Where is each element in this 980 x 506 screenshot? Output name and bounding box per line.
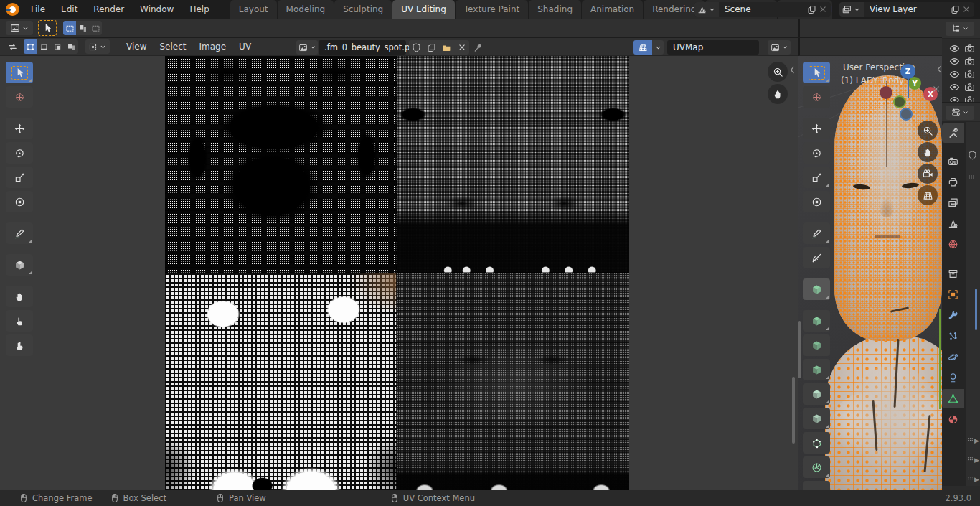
view-layer-new-icon[interactable]: [951, 5, 960, 14]
eye-icon[interactable]: [949, 82, 960, 93]
blender-logo-icon[interactable]: [6, 3, 19, 16]
vp-tool-add-cube[interactable]: [803, 278, 830, 300]
uv-select-mode-subtract-button[interactable]: [89, 21, 102, 35]
properties-scrollbar[interactable]: [975, 289, 977, 330]
scene-new-icon[interactable]: [807, 5, 816, 14]
uv-sticky-selection-dropdown[interactable]: [85, 39, 110, 54]
gizmo-axis-y[interactable]: Y: [908, 77, 921, 90]
uv-vertical-scrollbar[interactable]: [792, 377, 795, 444]
uv-tool-tweak-select[interactable]: [6, 62, 33, 83]
properties-tab-world[interactable]: [942, 235, 964, 254]
vp-tool-tweak-select[interactable]: [803, 62, 830, 83]
gizmo-axis-x-neg[interactable]: [880, 86, 892, 99]
scene-selector[interactable]: Scene: [694, 2, 831, 17]
uv-tool-grab[interactable]: [6, 286, 33, 307]
uv-tool-annotate[interactable]: [6, 222, 33, 244]
eye-icon[interactable]: [949, 56, 960, 67]
viewport-sidebar-toggle-icon[interactable]: [935, 65, 942, 74]
uv-map-name-field[interactable]: UVMap: [667, 40, 759, 55]
image-fake-user-button[interactable]: [409, 40, 424, 55]
uv-display-settings-dropdown[interactable]: [768, 40, 791, 55]
properties-tab-collection[interactable]: [942, 264, 964, 284]
viewport-projection-toggle-icon[interactable]: [918, 185, 938, 205]
uv-active-tool-tweak[interactable]: [38, 20, 57, 36]
uv-island-select-button[interactable]: [65, 39, 78, 54]
uv-tool-move[interactable]: [6, 118, 33, 139]
uv-menu-image[interactable]: Image: [193, 42, 233, 52]
viewport-zoom-icon[interactable]: [918, 121, 938, 141]
scene-name[interactable]: Scene: [719, 4, 804, 14]
vp-tool-transform[interactable]: [803, 191, 830, 212]
properties-tab-constraints[interactable]: [942, 368, 964, 388]
uv-tool-scale[interactable]: [6, 167, 33, 188]
vp-tool-loop-cut[interactable]: [803, 383, 830, 405]
viewport-toolbar-scrollbar[interactable]: [798, 321, 801, 378]
uv-tool-pinch[interactable]: [6, 334, 33, 356]
uv-map-dropdown[interactable]: [652, 40, 664, 55]
view-layer-selector[interactable]: View Layer: [839, 2, 974, 17]
workspace-tab-uv-editing[interactable]: UV Editing: [392, 0, 455, 19]
properties-tab-scene[interactable]: [942, 214, 964, 233]
vp-tool-rotate[interactable]: [803, 142, 830, 164]
camera-icon[interactable]: [964, 56, 975, 67]
uv-vertex-select-button[interactable]: [24, 39, 37, 54]
vp-tool-measure[interactable]: [803, 247, 830, 268]
uv-menu-select[interactable]: Select: [153, 42, 192, 52]
properties-tab-render[interactable]: [942, 151, 964, 171]
properties-tab-object-data[interactable]: [942, 389, 964, 408]
properties-tab-modifiers[interactable]: [942, 306, 964, 325]
uv-tool-2d-cursor[interactable]: [6, 86, 33, 108]
gizmo-axis-y-neg[interactable]: [893, 95, 906, 108]
vp-tool-annotate[interactable]: [803, 222, 830, 244]
uv-edge-select-button[interactable]: [37, 39, 51, 54]
properties-tab-physics[interactable]: [942, 347, 964, 367]
workspace-tab-shading[interactable]: Shading: [529, 0, 581, 19]
workspace-tab-texture-paint[interactable]: Texture Paint: [456, 0, 528, 19]
uv-zoom-icon[interactable]: [768, 62, 788, 82]
collapsed-panel-row[interactable]: ▶: [966, 456, 979, 464]
viewport-pan-icon[interactable]: [918, 142, 938, 162]
properties-tab-tool[interactable]: [942, 123, 964, 143]
uv-sidebar-toggle-icon[interactable]: [788, 65, 797, 75]
uv-face-select-button[interactable]: [51, 39, 65, 54]
image-unlink-button[interactable]: [454, 40, 469, 55]
uv-select-mode-new-button[interactable]: [63, 21, 76, 35]
workspace-tab-sculpting[interactable]: Sculpting: [334, 0, 392, 19]
properties-tab-material[interactable]: [942, 410, 964, 429]
viewport-camera-view-icon[interactable]: [918, 164, 938, 184]
camera-icon[interactable]: [964, 82, 975, 93]
collapsed-panel-row[interactable]: ▶: [966, 475, 979, 483]
uv-tool-transform[interactable]: [6, 191, 33, 212]
image-new-button[interactable]: [424, 40, 439, 55]
properties-tab-object[interactable]: [942, 285, 964, 304]
vp-tool-cursor[interactable]: [803, 86, 830, 108]
properties-display-dropdown[interactable]: [946, 106, 974, 120]
outliner-display-mode-dropdown[interactable]: [946, 22, 974, 36]
workspace-tab-modeling[interactable]: Modeling: [278, 0, 334, 19]
vp-tool-smooth[interactable]: [803, 481, 830, 490]
uv-pan-icon[interactable]: [768, 84, 788, 104]
pin-icon[interactable]: [473, 43, 483, 52]
uv-tool-relax[interactable]: [6, 310, 33, 332]
properties-tab-output[interactable]: [942, 172, 964, 192]
camera-icon[interactable]: [964, 95, 975, 103]
vp-tool-bevel[interactable]: [803, 359, 830, 380]
view-layer-icon[interactable]: [839, 2, 864, 17]
menu-file[interactable]: File: [23, 0, 53, 19]
eye-icon[interactable]: [949, 95, 960, 103]
menu-window[interactable]: Window: [132, 0, 182, 19]
eye-icon[interactable]: [949, 43, 960, 54]
image-open-button[interactable]: [439, 40, 454, 55]
properties-tab-particles[interactable]: [942, 327, 964, 346]
collapsed-panel-row[interactable]: ▶: [966, 436, 979, 444]
uv-tool-rotate[interactable]: [6, 142, 33, 164]
scene-unlink-icon[interactable]: [819, 5, 827, 14]
view-layer-unlink-icon[interactable]: [962, 5, 971, 14]
uv-sync-selection-icon[interactable]: [7, 42, 18, 52]
vp-tool-spin[interactable]: [803, 456, 830, 478]
uv-tool-rip-region[interactable]: [6, 254, 33, 276]
image-name-field[interactable]: .fm_0_beauty_spot.png: [319, 40, 406, 55]
uv-menu-uv[interactable]: UV: [232, 42, 258, 52]
vp-tool-extrude-region[interactable]: [803, 310, 830, 332]
scene-icon[interactable]: [694, 2, 719, 17]
